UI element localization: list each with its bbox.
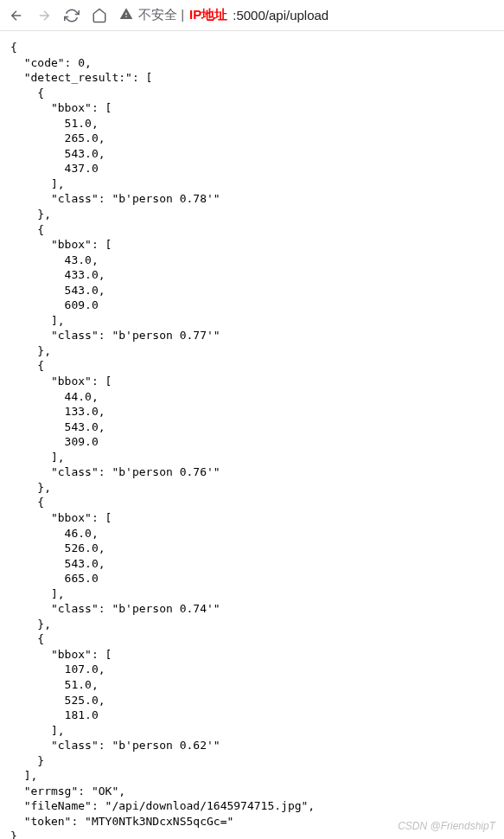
address-bar[interactable]: 不安全 | IP地址 :5000/api/upload xyxy=(119,7,495,23)
watermark: CSDN @FriendshipT xyxy=(398,820,495,832)
insecure-label: 不安全 | xyxy=(138,7,184,23)
home-icon[interactable] xyxy=(92,8,107,23)
warning-icon xyxy=(119,7,133,23)
browser-toolbar: 不安全 | IP地址 :5000/api/upload xyxy=(0,0,504,31)
reload-icon[interactable] xyxy=(64,8,80,23)
url-suffix: :5000/api/upload xyxy=(233,8,329,22)
json-response-body: { "code": 0, "detect_result:": [ { "bbox… xyxy=(0,31,504,839)
forward-icon[interactable] xyxy=(36,8,52,23)
ip-placeholder: IP地址 xyxy=(189,7,227,23)
back-icon[interactable] xyxy=(9,8,24,23)
